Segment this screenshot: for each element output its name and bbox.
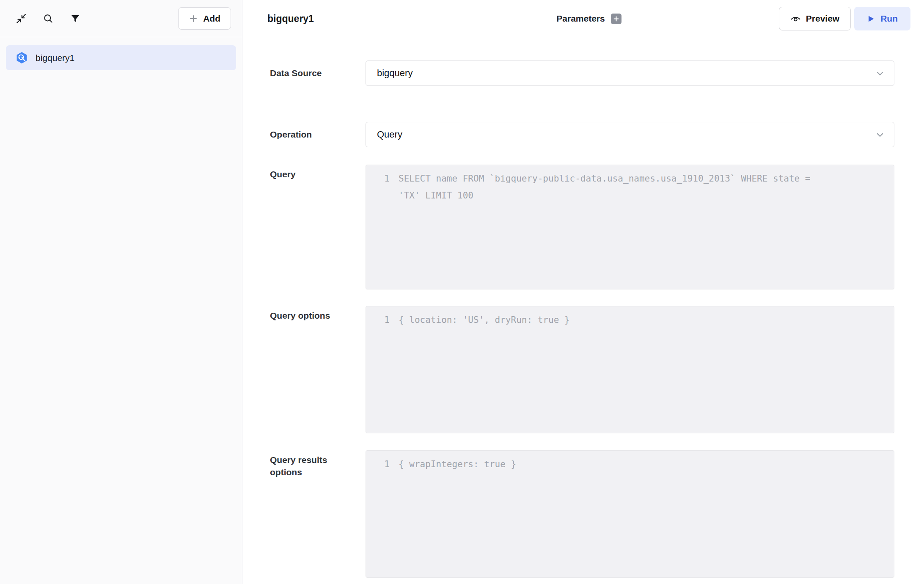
bigquery-icon <box>15 51 28 64</box>
query-results-options-placeholder: { wrapIntegers: true } <box>399 456 516 473</box>
query-list-item-bigquery1[interactable]: bigquery1 <box>6 45 236 70</box>
query-options-placeholder: { location: 'US', dryRun: true } <box>399 311 570 328</box>
query-options-label: Query options <box>270 306 350 322</box>
operation-select[interactable]: Query <box>366 122 894 147</box>
query-list: bigquery1 <box>0 37 242 78</box>
sidebar-topbar: Add <box>0 0 242 37</box>
parameters-label: Parameters <box>556 14 605 24</box>
query-panel-sidebar: Add bigquery1 <box>0 0 242 584</box>
operation-row: Operation Query <box>270 122 894 147</box>
search-icon[interactable] <box>42 13 54 25</box>
data-source-value: bigquery <box>377 68 412 79</box>
data-source-select[interactable]: bigquery <box>366 61 894 86</box>
line-number: 1 <box>366 170 390 187</box>
query-placeholder: SELECT name FROM `bigquery-public-data.u… <box>399 170 830 204</box>
query-editor-header: bigquery1 Parameters Preview <box>242 0 924 37</box>
query-item-label: bigquery1 <box>36 53 74 63</box>
query-options-row: Query options 1 { location: 'US', dryRun… <box>270 306 894 433</box>
query-code-editor[interactable]: 1 SELECT name FROM `bigquery-public-data… <box>366 165 894 289</box>
run-button-label: Run <box>880 14 898 24</box>
query-results-options-code-editor[interactable]: 1 { wrapIntegers: true } <box>366 450 894 578</box>
preview-button[interactable]: Preview <box>779 7 851 30</box>
plus-icon <box>189 14 198 23</box>
operation-value: Query <box>377 129 402 140</box>
query-options-code-editor[interactable]: 1 { location: 'US', dryRun: true } <box>366 306 894 433</box>
data-source-label: Data Source <box>270 61 350 79</box>
query-row: Query 1 SELECT name FROM `bigquery-publi… <box>270 165 894 289</box>
query-results-options-row: Query results options 1 { wrapIntegers: … <box>270 450 894 578</box>
preview-button-label: Preview <box>806 14 839 24</box>
plus-icon <box>613 16 619 22</box>
filter-icon[interactable] <box>69 13 81 25</box>
play-icon <box>867 15 875 23</box>
query-title: bigquery1 <box>267 13 314 25</box>
query-results-options-label: Query results options <box>270 450 350 478</box>
run-button[interactable]: Run <box>854 7 910 30</box>
chevron-down-icon <box>874 129 886 140</box>
chevron-down-icon <box>874 68 886 79</box>
data-source-row: Data Source bigquery <box>270 61 894 86</box>
line-number: 1 <box>366 456 390 473</box>
query-form: Data Source bigquery Operation Query <box>242 37 924 584</box>
line-number: 1 <box>366 311 390 328</box>
add-parameter-button[interactable] <box>611 14 622 24</box>
add-button-label: Add <box>203 14 220 24</box>
query-editor-main: bigquery1 Parameters Preview <box>242 0 924 584</box>
query-label: Query <box>270 165 350 180</box>
eye-icon <box>790 14 801 24</box>
collapse-panel-icon[interactable] <box>15 13 27 25</box>
operation-label: Operation <box>270 122 350 140</box>
add-query-button[interactable]: Add <box>178 7 231 30</box>
